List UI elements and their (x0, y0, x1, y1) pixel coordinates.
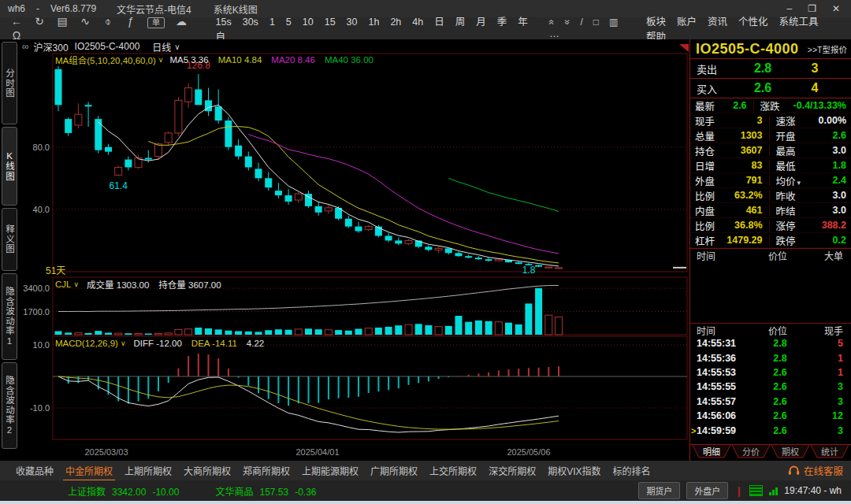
svg-text:统计: 统计 (821, 447, 838, 457)
field-label: 涨跌 (754, 98, 793, 113)
quote-title-row: IO2505-C-4000 >>T型报价 (690, 39, 851, 59)
quote-row: 现手3速涨0.00% (690, 113, 851, 128)
timeframe-15s[interactable]: 15s (216, 17, 232, 28)
field-label: 跌停 (770, 233, 809, 248)
timeframe-4h[interactable]: 4h (412, 17, 423, 28)
quote-board-icon[interactable]: ▤ (56, 15, 69, 28)
field-value: 388.2 (809, 220, 851, 231)
tick-qty: 3 (808, 381, 851, 392)
menu-sector[interactable]: 板块 (646, 13, 666, 28)
sidebar-tab-definition-chart[interactable]: 释义图 (2, 208, 17, 271)
sidebar-tab-implied-volatility-2[interactable]: 隐含波动率2 (2, 362, 17, 449)
quote-row: 内盘461昨结3.0 (690, 203, 851, 218)
tick-price: 2.6 (752, 425, 808, 436)
indicator-icon[interactable]: ƒ (124, 15, 137, 28)
timeframe-30s[interactable]: 30s (243, 17, 258, 28)
timeframe-week[interactable]: 周 (455, 13, 466, 28)
futures-account-button[interactable]: 期货户 (638, 482, 680, 499)
cloud-download-icon[interactable]: ☁ (175, 15, 188, 28)
menu-personalize[interactable]: 个性化 (738, 13, 768, 28)
svg-text:40.0: 40.0 (33, 205, 50, 214)
timeframe-2h[interactable]: 2h (390, 17, 401, 28)
tab-cffex-options[interactable]: 中金所期权 (63, 464, 115, 481)
close-button[interactable]: ✕ (832, 3, 840, 14)
svg-text:1.8: 1.8 (522, 265, 536, 276)
minimize-button[interactable]: – (786, 3, 792, 14)
bid-label: 买入 (690, 81, 734, 96)
quote-row: 杠杆1479.29跌停0.2 (690, 233, 851, 248)
bid-price[interactable]: 2.6 (734, 81, 791, 95)
tab-czce-options[interactable]: 郑商所期权 (240, 464, 292, 480)
sidebar-tab-implied-volatility-1[interactable]: 隐含波动率1 (2, 273, 17, 360)
field-value: 0.2 (809, 235, 851, 246)
expand-down-icon[interactable]: » (562, 20, 573, 25)
back-icon[interactable]: ← (10, 15, 23, 28)
tab-ine-options[interactable]: 上期能源期权 (299, 464, 361, 480)
candlestick-icon[interactable]: ⌽ (102, 15, 114, 28)
cloud-node-label: 文华云节点-电信4 (117, 2, 191, 16)
chevron-down-icon[interactable]: ▾ (797, 179, 801, 187)
sidebar-tab-kline-chart[interactable]: K线图 (2, 127, 17, 206)
timeframe-10m[interactable]: 10 (303, 17, 314, 28)
timeframe-1h[interactable]: 1h (369, 17, 380, 28)
server-status-icon[interactable] (749, 485, 763, 496)
app-version: Ver6.8.779 (50, 3, 96, 14)
tab-dce-options[interactable]: 大商所期权 (181, 464, 233, 480)
menu-system-tools[interactable]: 系统工具 (779, 13, 819, 28)
tick-row: 14:55:532.61 (690, 365, 851, 380)
tab-shfe-options[interactable]: 上期所期权 (122, 464, 174, 480)
draw-board-icon[interactable]: ▥ (609, 17, 618, 28)
quote-row: 最新2.6涨跌-0.4/13.33% (690, 98, 851, 113)
timeframe-year[interactable]: 年 (518, 13, 528, 28)
timeframe-1m[interactable]: 1 (269, 17, 275, 28)
ask-qty: 3 (791, 61, 838, 76)
bid-qty: 4 (791, 81, 838, 95)
collapse-up-icon[interactable]: « (546, 20, 557, 25)
menu-account[interactable]: 账户 (677, 13, 697, 28)
kline-chart-canvas[interactable]: 80.040.03400.01700.010.0-10.02025/03/032… (20, 39, 689, 461)
draw-rect-icon[interactable]: □ (593, 17, 599, 28)
svg-text:期权: 期权 (782, 447, 799, 457)
trend-line-icon[interactable]: ∿ (79, 15, 91, 28)
menu-news[interactable]: 资讯 (708, 13, 727, 28)
draw-line-icon[interactable]: / (581, 17, 583, 28)
field-value: 36.8% (725, 220, 770, 231)
timeframe-30m[interactable]: 30 (347, 17, 358, 28)
tick-price: 2.6 (752, 396, 808, 407)
timeframe-month[interactable]: 月 (476, 13, 486, 28)
ask-label: 卖出 (690, 61, 734, 76)
app-name: wh6 (8, 3, 25, 14)
tick-time: 14:56:06 (690, 410, 752, 421)
field-label: 现手 (690, 113, 725, 128)
status-clock: 19:47:40 - wh (784, 485, 842, 496)
tick-row: 14:55:312.85 (690, 336, 851, 350)
timeframe-day[interactable]: 日 (434, 13, 444, 28)
timeframe-quarter[interactable]: 季 (497, 13, 507, 28)
tab-underlying-rank[interactable]: 标的排名 (610, 464, 652, 480)
sidebar-tab-time-chart[interactable]: 分时图 (2, 42, 17, 124)
field-label: 比例 (690, 188, 725, 203)
toolbar-icon-group: ←↻▤∿⌽ƒ单☁Ω (0, 14, 205, 43)
tab-szse-options[interactable]: 深交所期权 (486, 464, 538, 480)
tab-vix-index[interactable]: 期权VIX指数 (545, 464, 603, 480)
big-order-header: 时间 价位 大单 (690, 248, 851, 261)
online-service-button[interactable]: 在线客服 (788, 463, 843, 478)
tick-row: >14:59:592.63 (690, 423, 851, 437)
external-account-button[interactable]: 外盘户 (686, 482, 728, 499)
maximize-button[interactable]: ❐ (808, 3, 816, 14)
refresh-icon[interactable]: ↻ (33, 15, 46, 28)
svg-text:3400.0: 3400.0 (23, 284, 50, 293)
ask-price[interactable]: 2.8 (734, 61, 791, 76)
timeframe-15m[interactable]: 15 (325, 17, 336, 28)
svg-text:2025/03/03: 2025/03/03 (84, 447, 128, 457)
tab-gfex-options[interactable]: 广期所期权 (368, 464, 420, 480)
timeframe-5m[interactable]: 5 (286, 17, 292, 28)
field-value: 1303 (725, 130, 770, 141)
field-label: 最低 (770, 158, 809, 173)
order-ticket-icon[interactable]: 单 (147, 17, 165, 28)
tab-favorites[interactable]: 收藏品种 (13, 464, 56, 480)
col-time: 时间 (690, 249, 752, 262)
status-separator: ❙ (734, 485, 743, 497)
tab-sse-options[interactable]: 上交所期权 (427, 464, 479, 480)
t-quote-link[interactable]: >>T型报价 (808, 43, 847, 55)
